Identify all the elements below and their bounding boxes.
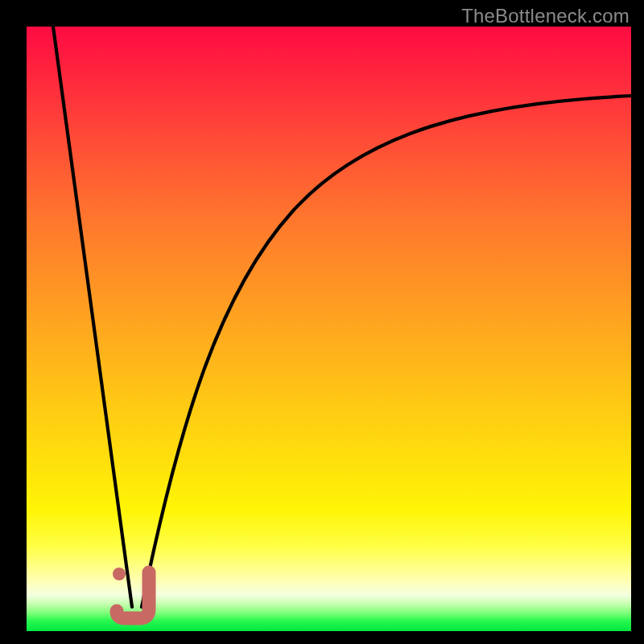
attribution-text: TheBottleneck.com [461, 5, 630, 27]
valley-marker [27, 27, 631, 631]
chart-frame: TheBottleneck.com [0, 0, 644, 644]
svg-point-0 [113, 568, 126, 580]
